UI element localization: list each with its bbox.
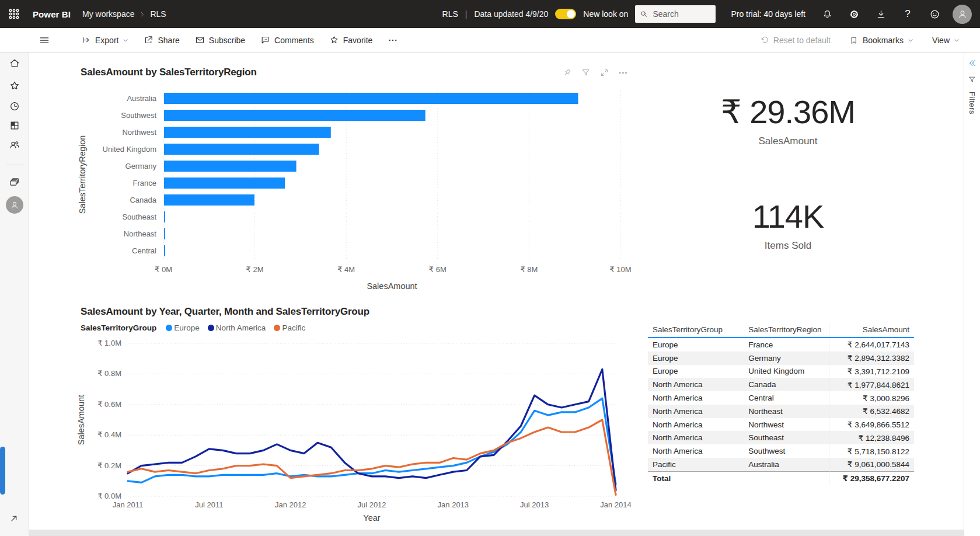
search-input[interactable] (651, 9, 711, 19)
filter-funnel-icon[interactable] (581, 68, 591, 78)
expand-filters-chevrons-icon[interactable] (968, 58, 977, 68)
table-cell: North America (648, 431, 744, 444)
filters-pane-label[interactable]: Filters (968, 92, 976, 114)
table-visual[interactable]: SalesTerritoryGroupSalesTerritoryRegionS… (648, 322, 914, 515)
breadcrumb: My workspace RLS (82, 9, 166, 19)
focus-mode-icon[interactable] (599, 68, 609, 78)
sidebar-item-recent[interactable] (9, 100, 20, 112)
sidebar-item-apps[interactable] (9, 120, 20, 131)
table-row[interactable]: EuropeFrance₹ 2,644,017.7143 (648, 337, 914, 351)
table-cell: ₹ 5,718,150.8122 (829, 444, 914, 458)
share-icon (144, 35, 154, 45)
legend-item[interactable]: Pacific (274, 323, 305, 332)
table-cell: Europe (648, 351, 744, 365)
favorite-button[interactable]: Favorite (322, 29, 381, 52)
notifications-bell-icon[interactable] (814, 0, 841, 28)
breadcrumb-workspace[interactable]: My workspace (82, 9, 134, 19)
table-row[interactable]: North AmericaNortheast₹ 6,532.4682 (648, 405, 914, 418)
svg-text:Jul 2012: Jul 2012 (357, 500, 386, 509)
filters-pane-collapsed: Filters (964, 53, 980, 536)
feedback-smiley-icon[interactable] (921, 0, 948, 28)
chevron-down-icon (908, 37, 913, 43)
favorite-label: Favorite (343, 36, 373, 45)
svg-text:Australia: Australia (127, 94, 156, 103)
bookmarks-button[interactable]: Bookmarks (842, 29, 921, 52)
filters-funnel-icon[interactable] (968, 75, 976, 84)
table-cell: North America (648, 444, 744, 458)
kpi-card-visual[interactable]: ₹ 29.36M SalesAmount 114K Items Sold (660, 85, 916, 301)
table-row[interactable]: North AmericaNorthwest₹ 3,649,866.5512 (648, 418, 914, 431)
table-header-cell[interactable]: SalesTerritoryGroup (648, 322, 744, 337)
export-label: Export (95, 36, 118, 45)
view-label: View (932, 36, 950, 45)
table-header-cell[interactable]: SalesAmount (829, 322, 914, 337)
table-row[interactable]: EuropeGermany₹ 2,894,312.3382 (648, 351, 914, 365)
table-cell: Germany (744, 351, 829, 365)
line-chart-plot[interactable]: ₹ 0.0M₹ 0.2M₹ 0.4M₹ 0.6M₹ 0.8M₹ 1.0MJan … (75, 340, 661, 525)
reset-to-default-button[interactable]: Reset to default (752, 29, 838, 52)
subscribe-button[interactable]: Subscribe (187, 29, 253, 52)
app-launcher-waffle-icon[interactable] (0, 0, 28, 28)
subscribe-label: Subscribe (209, 36, 245, 45)
app-logo[interactable]: Power BI (33, 9, 71, 19)
line-chart-visual[interactable]: SalesAmount by Year, Quarter, Month and … (75, 298, 661, 529)
table-cell: ₹ 9,061,000.5844 (829, 458, 914, 471)
kpi-items-sold-value: 114K (752, 197, 824, 235)
search-box (635, 5, 716, 23)
share-button[interactable]: Share (136, 29, 187, 52)
table-row[interactable]: PacificAustralia₹ 9,061,000.5844 (648, 458, 914, 471)
legend-item[interactable]: North America (208, 323, 266, 332)
table-cell: Central (744, 391, 829, 405)
table-row[interactable]: EuropeUnited Kingdom₹ 3,391,712.2109 (648, 365, 914, 378)
download-icon[interactable] (867, 0, 894, 28)
comments-button[interactable]: Comments (253, 29, 322, 52)
svg-text:₹ 0.4M: ₹ 0.4M (97, 430, 121, 439)
sidebar-item-home[interactable] (9, 57, 20, 69)
nav-hamburger-icon[interactable] (33, 29, 56, 52)
export-button[interactable]: Export (74, 29, 136, 52)
sidebar-item-profile[interactable] (6, 196, 23, 214)
table-total-cell: Total (648, 471, 744, 485)
table-cell: North America (648, 378, 744, 391)
legend-dot (166, 325, 172, 331)
visual-more-options-icon[interactable] (618, 68, 628, 78)
bookmark-icon (849, 36, 859, 45)
table-cell: ₹ 2,644,017.7143 (829, 337, 914, 351)
sidebar-item-shared-with-me[interactable] (9, 139, 20, 151)
breadcrumb-item[interactable]: RLS (150, 9, 166, 19)
sidebar-item-favorites[interactable] (9, 80, 20, 92)
visual-action-icons (562, 68, 628, 78)
svg-text:Year: Year (363, 513, 380, 523)
legend-title: SalesTerritoryGroup (81, 323, 156, 332)
svg-text:₹ 0.8M: ₹ 0.8M (97, 369, 121, 378)
bar-chart-plot[interactable]: ₹ 0M₹ 2M₹ 4M₹ 6M₹ 8M₹ 10MAustraliaSouthw… (75, 86, 653, 294)
table-cell: Europe (648, 337, 744, 351)
table-header-cell[interactable]: SalesTerritoryRegion (744, 322, 829, 337)
table-cell: Northeast (744, 405, 829, 418)
table-row[interactable]: North AmericaSouthwest₹ 5,718,150.8122 (648, 444, 914, 458)
help-icon[interactable]: ? (894, 0, 921, 28)
table-cell: Canada (744, 378, 829, 391)
svg-text:₹ 6M: ₹ 6M (429, 265, 447, 274)
table-row[interactable]: North AmericaCentral₹ 3,000.8296 (648, 391, 914, 405)
settings-gear-icon[interactable] (841, 0, 867, 28)
table-row[interactable]: North AmericaCanada₹ 1,977,844.8621 (648, 378, 914, 391)
table-cell: Europe (648, 365, 744, 378)
legend-item[interactable]: Europe (166, 323, 200, 332)
chevron-down-icon (123, 37, 128, 43)
svg-text:₹ 4M: ₹ 4M (337, 265, 355, 274)
user-avatar[interactable] (953, 5, 972, 24)
expand-nav-arrow-icon[interactable] (8, 513, 20, 524)
table-cell: Southwest (744, 444, 829, 458)
bar-chart-visual[interactable]: SalesAmount by SalesTerritoryRegion ₹ 0M… (75, 58, 653, 295)
nav-scrollbar-thumb[interactable] (0, 447, 5, 495)
topbar-right: Pro trial: 40 days left ? (731, 0, 972, 28)
svg-text:Jul 2011: Jul 2011 (195, 500, 223, 509)
svg-text:₹ 2M: ₹ 2M (246, 265, 264, 274)
sidebar-item-workspaces[interactable] (9, 176, 20, 188)
view-button[interactable]: View (925, 29, 967, 52)
pin-visual-icon[interactable] (562, 68, 572, 78)
table-row[interactable]: North AmericaSoutheast₹ 12,238.8496 (648, 431, 914, 444)
toolbar-more-options[interactable] (380, 29, 406, 52)
new-look-toggle[interactable] (555, 9, 576, 19)
